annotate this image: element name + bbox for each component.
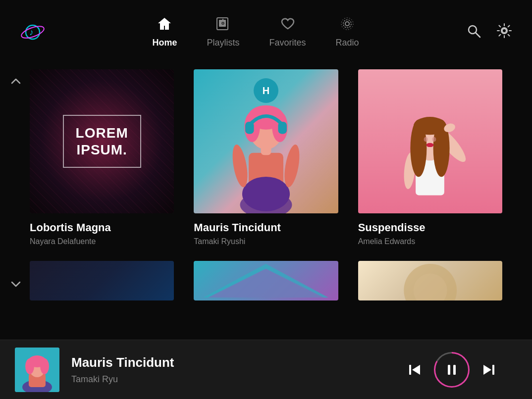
app-logo[interactable]: ♪	[20, 19, 46, 45]
svg-point-8	[343, 20, 351, 28]
tab-home-label: Home	[152, 38, 177, 48]
svg-rect-51	[453, 365, 456, 375]
next-button[interactable]	[479, 361, 497, 379]
header: ♪ Home Playlis	[0, 0, 532, 64]
tab-radio[interactable]: Radio	[336, 16, 359, 48]
headphone-badge: H	[254, 78, 278, 103]
partial-card-6[interactable]	[358, 261, 502, 300]
svg-rect-50	[448, 365, 450, 375]
card-1-thumbnail: LOREM IPSUM.	[30, 69, 174, 213]
partial-card-5[interactable]	[194, 261, 338, 300]
radio-icon	[340, 16, 355, 35]
svg-rect-52	[492, 365, 494, 375]
svg-point-17	[230, 144, 250, 189]
search-button[interactable]	[466, 23, 481, 42]
svg-text:♪: ♪	[29, 27, 34, 37]
svg-point-47	[25, 358, 34, 374]
tab-radio-label: Radio	[336, 38, 359, 48]
nav-tabs: Home Playlists Favorites	[152, 16, 359, 48]
svg-point-33	[414, 117, 446, 135]
svg-marker-39	[208, 269, 323, 298]
settings-button[interactable]	[496, 23, 512, 42]
card-1-text-box: LOREM IPSUM.	[63, 115, 141, 168]
svg-line-11	[476, 33, 480, 37]
tab-favorites-label: Favorites	[269, 38, 306, 48]
svg-point-7	[345, 22, 349, 26]
svg-rect-49	[409, 365, 411, 375]
logo-area: ♪	[20, 19, 46, 45]
svg-point-36	[432, 137, 436, 142]
partial-cards-row	[30, 261, 502, 300]
svg-point-16	[242, 177, 290, 211]
music-card-1[interactable]: LOREM IPSUM. Lobortis Magna Nayara Delaf…	[30, 69, 174, 246]
prev-button[interactable]	[406, 361, 424, 379]
card-3-title: Suspendisse	[358, 221, 502, 234]
svg-point-6	[222, 23, 223, 24]
scroll-up-button[interactable]	[9, 74, 23, 92]
playlists-icon	[215, 16, 230, 35]
card-1-lorem-line1: LOREM	[76, 125, 128, 142]
tab-playlists-label: Playlists	[207, 38, 239, 48]
card-1-lorem-line2: IPSUM.	[76, 142, 128, 158]
header-actions	[466, 23, 512, 42]
card-2-title: Mauris Tincidunt	[194, 221, 338, 234]
music-card-2[interactable]: H	[194, 69, 338, 246]
player-info: Mauris Tincidunt Tamaki Ryu	[71, 355, 406, 385]
player-artist: Tamaki Ryu	[71, 374, 406, 385]
svg-rect-25	[278, 122, 286, 134]
player-title: Mauris Tincidunt	[71, 355, 406, 370]
player-thumbnail	[15, 348, 59, 392]
card-2-artist: Tamaki Ryushi	[194, 237, 338, 246]
svg-point-12	[502, 29, 506, 33]
svg-point-37	[426, 143, 434, 147]
partial-card-4[interactable]	[30, 261, 174, 300]
tab-home[interactable]: Home	[152, 16, 177, 48]
card-3-thumbnail	[358, 69, 502, 213]
svg-point-18	[282, 144, 302, 189]
tab-playlists[interactable]: Playlists	[207, 16, 239, 48]
svg-rect-24	[245, 122, 254, 134]
tab-favorites[interactable]: Favorites	[269, 16, 306, 48]
main-content: LOREM IPSUM. Lobortis Magna Nayara Delaf…	[0, 64, 532, 340]
card-3-artist: Amelia Edwards	[358, 237, 502, 246]
card-1-title: Lobortis Magna	[30, 221, 174, 234]
card-2-thumbnail: H	[194, 69, 338, 213]
player-bar: Mauris Tincidunt Tamaki Ryu	[0, 340, 532, 399]
home-icon	[157, 16, 172, 35]
music-card-3[interactable]: Suspendisse Amelia Edwards	[358, 69, 502, 246]
player-controls	[406, 352, 517, 388]
favorites-icon	[280, 16, 295, 35]
music-grid: LOREM IPSUM. Lobortis Magna Nayara Delaf…	[30, 64, 502, 246]
svg-point-35	[424, 137, 428, 142]
scroll-down-button[interactable]	[9, 277, 23, 295]
svg-point-48	[40, 358, 49, 374]
pause-button[interactable]	[434, 352, 470, 388]
card-1-artist: Nayara Delafuente	[30, 237, 174, 246]
